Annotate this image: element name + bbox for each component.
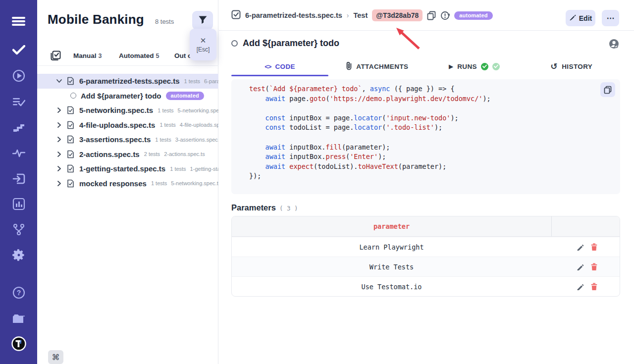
copy-code-button[interactable] bbox=[600, 82, 615, 97]
suite-name: 1-getting-started.spec.ts bbox=[79, 164, 165, 173]
column-header-parameter: parameter bbox=[232, 216, 551, 236]
automated-count: 5 bbox=[156, 52, 159, 59]
automated-badge: automated bbox=[166, 92, 204, 100]
page-title: Add ${parameter} todo bbox=[243, 38, 339, 49]
paperclip-icon bbox=[346, 61, 352, 72]
settings-gear-icon[interactable] bbox=[11, 247, 27, 263]
tree-suite-row[interactable]: 2-actions.spec.ts2 tests2-actions.spec.t… bbox=[37, 147, 218, 162]
projects-folder-icon[interactable] bbox=[11, 311, 27, 326]
task-check-icon bbox=[231, 10, 241, 21]
file-icon bbox=[67, 106, 74, 114]
filter-button[interactable] bbox=[192, 11, 213, 30]
tab-manual[interactable]: Manual3 bbox=[73, 52, 102, 59]
edit-parameter-button[interactable] bbox=[577, 283, 583, 290]
code-block: test(`Add ${parameter} todo`, async ({ p… bbox=[231, 79, 620, 194]
funnel-icon bbox=[198, 15, 208, 26]
project-title: Mobile Banking bbox=[48, 12, 144, 27]
history-icon: ↺ bbox=[551, 62, 558, 71]
testomat-logo[interactable] bbox=[11, 336, 27, 352]
chevron-right-icon[interactable] bbox=[56, 122, 62, 128]
chevron-down-icon[interactable] bbox=[56, 78, 62, 84]
copy-test-id-button[interactable] bbox=[427, 11, 436, 20]
delete-parameter-button[interactable] bbox=[591, 243, 597, 251]
code-content: test(`Add ${parameter} todo`, async ({ p… bbox=[249, 84, 595, 181]
tree-suite-row[interactable]: 6-parametrized-tests.spec.ts1 tests6-par… bbox=[37, 74, 218, 89]
code-line: await inputBox.press('Enter'); bbox=[249, 152, 595, 162]
suite-file-label: 3-assertions.spec.ts bbox=[175, 137, 218, 143]
branch-icon[interactable] bbox=[11, 221, 27, 237]
breadcrumb-file[interactable]: 6-parametrized-tests.spec.ts bbox=[245, 11, 342, 19]
app-window: ? Mobile Banking 8 tests ✕ [Esc] Manual3… bbox=[0, 0, 634, 364]
help-icon[interactable]: ? bbox=[11, 285, 27, 301]
code-icon: <> bbox=[264, 63, 271, 70]
breadcrumb-bar: 6-parametrized-tests.spec.ts › Test @T3d… bbox=[219, 0, 634, 31]
sync-status-icon[interactable] bbox=[440, 11, 450, 20]
suite-name: 3-assertions.spec.ts bbox=[79, 135, 151, 144]
code-line bbox=[249, 104, 595, 113]
chevron-right-icon[interactable] bbox=[56, 107, 62, 113]
tree-suite-row[interactable]: 4-file-uploads.spec.ts1 tests4-file-uplo… bbox=[37, 118, 218, 133]
suite-file-label: 4-file-uploads.spe bbox=[180, 122, 218, 128]
tab-automated[interactable]: Automated5 bbox=[119, 52, 159, 59]
tab-out-of-scope[interactable]: Out o bbox=[174, 52, 192, 59]
test-title-row: Add ${parameter} todo bbox=[231, 38, 339, 49]
tab-history[interactable]: ↺ HISTORY bbox=[523, 56, 620, 76]
edit-button[interactable]: Edit bbox=[566, 10, 595, 26]
avatar[interactable] bbox=[609, 39, 619, 51]
parameters-table: parameter Learn PlaywrightWrite TestsUse… bbox=[231, 216, 620, 297]
esc-popup: ✕ [Esc] bbox=[190, 29, 216, 60]
tree-test-row[interactable]: Add ${parameter} todoautomated bbox=[37, 89, 218, 104]
steps-icon[interactable] bbox=[11, 119, 27, 135]
suite-file-label: 5-networking.spec. bbox=[178, 107, 218, 113]
file-icon bbox=[67, 150, 74, 158]
import-icon[interactable] bbox=[11, 171, 27, 187]
automated-badge: automated bbox=[454, 11, 492, 20]
chevron-right-icon[interactable] bbox=[56, 136, 62, 143]
detail-tabs: <> CODE ATTACHMENTS ▶ RUNS ↺ HISTORY bbox=[231, 56, 620, 76]
suites-tree: 6-parametrized-tests.spec.ts1 tests6-par… bbox=[37, 74, 218, 191]
runs-play-icon[interactable] bbox=[11, 68, 27, 84]
suite-name: 5-networking.spec.ts bbox=[79, 106, 153, 114]
code-line: test(`Add ${parameter} todo`, async ({ p… bbox=[249, 84, 595, 94]
suite-file-label: 5-networking.spec.ts bbox=[171, 180, 218, 186]
delete-parameter-button[interactable] bbox=[591, 283, 597, 290]
file-icon bbox=[67, 135, 74, 144]
chevron-right-icon[interactable] bbox=[56, 151, 62, 157]
test-detail-main: 6-parametrized-tests.spec.ts › Test @T3d… bbox=[219, 0, 634, 364]
code-line: await inputBox.fill(parameter); bbox=[249, 143, 595, 153]
plans-list-check-icon[interactable] bbox=[11, 94, 27, 110]
suite-tests-count: 1 tests bbox=[151, 180, 167, 186]
suite-name: 2-actions.spec.ts bbox=[79, 150, 140, 158]
more-actions-button[interactable]: ⋯ bbox=[602, 10, 619, 26]
bulk-check-icon[interactable] bbox=[51, 51, 61, 63]
delete-parameter-button[interactable] bbox=[591, 263, 597, 270]
edit-parameter-button[interactable] bbox=[577, 263, 583, 270]
suite-tests-count: 1 tests bbox=[155, 137, 171, 143]
tab-code[interactable]: <> CODE bbox=[231, 56, 328, 76]
breadcrumb-test-label: Test bbox=[354, 11, 368, 19]
code-line: const inputBox = page.locator('input.new… bbox=[249, 113, 595, 123]
chevron-right-icon[interactable] bbox=[56, 165, 62, 172]
close-icon[interactable]: ✕ bbox=[200, 37, 207, 44]
suite-file-label: 2-actions.spec.ts bbox=[164, 151, 205, 157]
tree-suite-row[interactable]: 5-networking.spec.ts1 tests5-networking.… bbox=[37, 103, 218, 118]
tests-check-icon[interactable] bbox=[11, 42, 27, 58]
panel-divider bbox=[37, 65, 218, 66]
tab-attachments[interactable]: ATTACHMENTS bbox=[328, 56, 425, 76]
tree-suite-row[interactable]: 3-assertions.spec.ts1 tests3-assertions.… bbox=[37, 132, 218, 147]
menu-icon[interactable] bbox=[11, 13, 27, 29]
tab-runs[interactable]: ▶ RUNS bbox=[426, 56, 523, 76]
analytics-chart-icon[interactable] bbox=[11, 196, 27, 212]
row-actions bbox=[551, 237, 620, 257]
tree-suite-row[interactable]: 1-getting-started.spec.ts1 tests1-gettin… bbox=[37, 161, 218, 176]
pulse-icon[interactable] bbox=[11, 145, 27, 161]
test-id-badge[interactable]: @T3d28ab78 bbox=[372, 9, 423, 21]
run-passed-light-icon bbox=[492, 63, 500, 70]
file-icon bbox=[67, 179, 74, 188]
edit-parameter-button[interactable] bbox=[577, 244, 583, 251]
tree-suite-row[interactable]: mocked responses1 tests5-networking.spec… bbox=[37, 176, 218, 191]
run-passed-icon bbox=[481, 63, 488, 70]
keyboard-shortcuts-button[interactable]: ⌘ bbox=[48, 350, 63, 364]
chevron-right-icon[interactable] bbox=[56, 180, 62, 187]
file-icon bbox=[67, 77, 74, 85]
